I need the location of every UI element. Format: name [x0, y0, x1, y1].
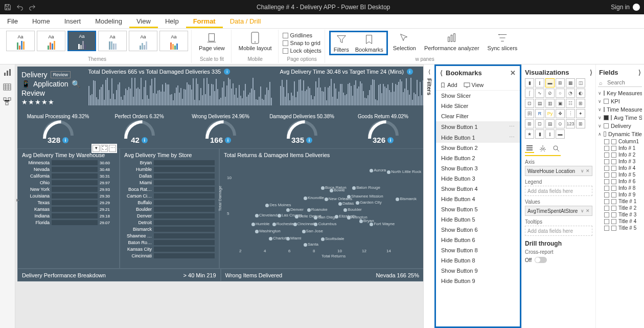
- viz-type-icon[interactable]: ⫿: [535, 78, 544, 88]
- bookmark-item[interactable]: Hide Slicer: [436, 101, 520, 111]
- viz-type-icon[interactable]: ▮: [535, 129, 544, 139]
- bar-row[interactable]: Carson Ci…: [124, 193, 215, 199]
- page-view-button[interactable]: Page view: [196, 31, 228, 52]
- filter-icon[interactable]: ▾: [93, 145, 100, 152]
- bookmark-item[interactable]: Hide Button 9: [436, 276, 520, 286]
- redo-icon[interactable]: [29, 4, 36, 11]
- viz-type-icon[interactable]: ⊙: [556, 119, 565, 128]
- scatter-point[interactable]: [255, 214, 259, 217]
- viz-type-icon[interactable]: ▣: [556, 99, 565, 108]
- scatter-point[interactable]: [347, 195, 351, 199]
- lock-objects-checkbox[interactable]: Lock objects: [283, 48, 321, 54]
- modeling-tab[interactable]: Modeling: [88, 14, 129, 28]
- field-item[interactable]: Title # 4: [598, 218, 642, 225]
- more-icon[interactable]: ⋯: [109, 145, 116, 152]
- bar-row[interactable]: Indiana29.18: [22, 213, 115, 218]
- bar-row[interactable]: Louisiana29.30: [22, 193, 115, 199]
- analytics-tab-icon[interactable]: [551, 144, 561, 153]
- scatter-point[interactable]: [396, 198, 399, 201]
- scatter-point[interactable]: [304, 243, 307, 247]
- field-item[interactable]: Info # 1: [598, 145, 642, 151]
- bookmark-item[interactable]: Show Button 2: [436, 143, 520, 153]
- wrong-items-card[interactable]: Wrong Items DeliveredNevada 166 25%: [221, 269, 424, 281]
- viz-type-icon[interactable]: ⊡: [525, 99, 534, 108]
- bookmark-item[interactable]: Show Button 4: [436, 184, 520, 194]
- scatter-point[interactable]: [321, 237, 325, 241]
- axis-well[interactable]: WareHouse Location∨ ✕: [525, 166, 592, 176]
- bar-row[interactable]: Dallas: [124, 173, 215, 179]
- scatter-point[interactable]: [335, 215, 338, 218]
- store-chart[interactable]: Avg Delivery Time by Store BryanHumbleDa…: [120, 148, 219, 269]
- fields-search-input[interactable]: [598, 78, 642, 87]
- bar-row[interactable]: Bismarck: [124, 227, 215, 232]
- scatter-point[interactable]: [356, 201, 359, 205]
- bar-row[interactable]: Baton Ro…: [124, 240, 215, 245]
- scatter-point[interactable]: [265, 204, 269, 207]
- viz-type-icon[interactable]: ▦: [566, 78, 575, 88]
- chevron-right-icon[interactable]: ⟩: [638, 69, 641, 76]
- scatter-point[interactable]: [286, 208, 290, 212]
- scatter-point[interactable]: [286, 237, 290, 240]
- sign-in-link[interactable]: Sign in: [611, 4, 630, 11]
- viz-type-icon[interactable]: ▥: [545, 99, 555, 108]
- viz-type-icon[interactable]: ▤: [545, 119, 555, 128]
- bookmark-item[interactable]: Show Button 1⋯: [436, 121, 520, 132]
- bar-row[interactable]: Bryan: [124, 160, 215, 165]
- gauge-card[interactable]: Perfect Orders 6.32%42 i: [99, 113, 180, 148]
- bar-row[interactable]: New York29.93: [22, 187, 115, 192]
- filters-pane-collapsed[interactable]: ⟨ Filters: [423, 64, 434, 328]
- field-table[interactable]: ∨KPI: [598, 97, 642, 105]
- viz-type-icon[interactable]: ✦: [576, 109, 585, 118]
- gauge-card[interactable]: Manual Processing 49.32%328 i: [17, 113, 99, 148]
- scatter-point[interactable]: [343, 208, 347, 212]
- focus-icon[interactable]: ⛶: [101, 145, 108, 152]
- viz-type-icon[interactable]: ⋮: [566, 109, 575, 118]
- scatter-point[interactable]: [325, 198, 328, 201]
- scatter-point[interactable]: [352, 186, 356, 190]
- scatter-chart[interactable]: Total Returns & Damaged Items Deliveries…: [219, 148, 423, 269]
- viz-type-icon[interactable]: ☷: [566, 99, 575, 108]
- fields-tab-icon[interactable]: [525, 144, 534, 153]
- user-avatar[interactable]: [633, 4, 640, 11]
- perf-breakdown-card[interactable]: Delivery Performance Breakdown> 40 Min 2…: [17, 269, 221, 281]
- bookmark-item[interactable]: Hide Button 1⋯: [436, 132, 520, 143]
- gauge-card[interactable]: Damaged Deliveries 50.38%335 i: [261, 113, 342, 148]
- bookmark-item[interactable]: Show Button 8: [436, 245, 520, 255]
- viz-type-icon[interactable]: ⌠: [525, 89, 534, 98]
- bookmark-item[interactable]: Show Button 5: [436, 204, 520, 214]
- viz-type-icon[interactable]: 123: [566, 119, 575, 128]
- scatter-point[interactable]: [251, 223, 255, 226]
- viz-type-icon[interactable]: ⫿: [545, 129, 555, 139]
- model-view-icon[interactable]: [3, 97, 12, 105]
- bar-row[interactable]: Miami: [124, 180, 215, 185]
- save-icon[interactable]: [4, 4, 11, 11]
- viz-type-icon[interactable]: ▬: [545, 78, 555, 88]
- scatter-point[interactable]: [321, 186, 325, 190]
- scatter-point[interactable]: [307, 208, 311, 212]
- bookmark-item[interactable]: Hide Button 6: [436, 235, 520, 245]
- bar-row[interactable]: Florida29.07: [22, 220, 115, 225]
- field-item[interactable]: Title # 3: [598, 211, 642, 218]
- field-item[interactable]: Info # 9: [598, 191, 642, 198]
- scatter-point[interactable]: [359, 220, 363, 223]
- report-view-icon[interactable]: [3, 69, 12, 77]
- info-icon[interactable]: i: [224, 69, 230, 75]
- snap-to-grid-checkbox[interactable]: Snap to grid: [283, 40, 320, 46]
- field-table[interactable]: ∧Dynamic Title: [598, 130, 642, 138]
- scatter-point[interactable]: [302, 230, 306, 233]
- data-view-icon[interactable]: [3, 83, 12, 91]
- theme-swatch[interactable]: Aa: [98, 31, 127, 51]
- field-item[interactable]: Column1: [598, 138, 642, 145]
- datadrill-tab[interactable]: Data / Drill: [223, 14, 268, 28]
- review-button[interactable]: Review: [51, 71, 71, 78]
- viz-type-icon[interactable]: ◔: [566, 89, 575, 98]
- scatter-point[interactable]: [278, 214, 281, 217]
- chevron-left-icon[interactable]: ⟨: [428, 69, 430, 75]
- viz-type-icon[interactable]: ⊘: [545, 89, 555, 98]
- field-table[interactable]: ∨Avg Time Spe: [598, 114, 642, 122]
- scatter-point[interactable]: [293, 223, 297, 226]
- info-icon[interactable]: i: [407, 69, 413, 75]
- gridlines-checkbox[interactable]: Gridlines: [283, 32, 312, 38]
- filters-pane-button[interactable]: Filters: [331, 32, 352, 54]
- bar-row[interactable]: Denver: [124, 213, 215, 218]
